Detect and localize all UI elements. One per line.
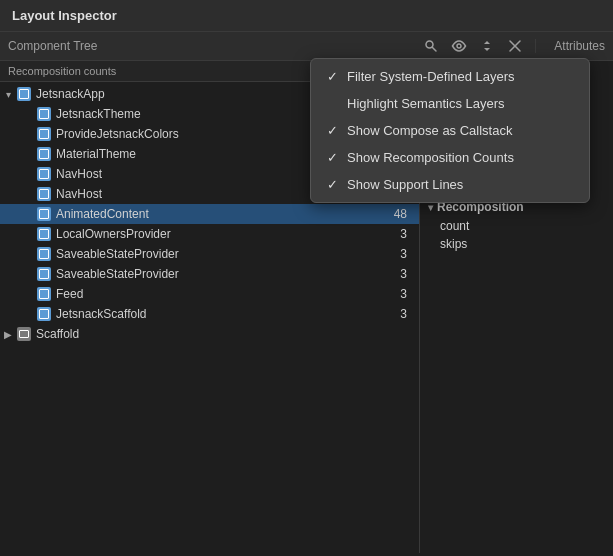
- menu-item-label: Show Support Lines: [347, 177, 573, 192]
- tree-item-label: Scaffold: [36, 327, 389, 341]
- tree-toggle[interactable]: ▶: [0, 329, 16, 340]
- component-cube-icon: [36, 186, 52, 202]
- tree-item[interactable]: LocalOwnersProvider 3: [0, 224, 419, 244]
- check-icon: ✓: [327, 150, 347, 165]
- component-cube-icon: [36, 246, 52, 262]
- tree-item-count: 3: [389, 267, 419, 281]
- tree-item[interactable]: SaveableStateProvider 3: [0, 264, 419, 284]
- tree-item-label: Feed: [56, 287, 389, 301]
- svg-point-0: [426, 41, 433, 48]
- component-cube-icon: [36, 146, 52, 162]
- component-cube-icon: [36, 106, 52, 122]
- menu-item-label: Filter System-Defined Layers: [347, 69, 573, 84]
- component-cube-icon: [36, 226, 52, 242]
- menu-item-support-lines[interactable]: ✓ Show Support Lines: [311, 171, 589, 198]
- app-title: Layout Inspector: [12, 8, 117, 23]
- menu-item-callstack[interactable]: ✓ Show Compose as Callstack: [311, 117, 589, 144]
- svg-point-2: [457, 44, 461, 48]
- eye-icon[interactable]: [449, 36, 469, 56]
- tree-item-label: JetsnackScaffold: [56, 307, 389, 321]
- menu-item-highlight[interactable]: ✓ Highlight Semantics Layers: [311, 90, 589, 117]
- component-cube-icon: [36, 206, 52, 222]
- tree-item[interactable]: Feed 3: [0, 284, 419, 304]
- tree-item-label: SaveableStateProvider: [56, 267, 389, 281]
- svg-line-1: [433, 48, 437, 52]
- tree-item-count: 3: [389, 307, 419, 321]
- component-tree-label: Component Tree: [8, 39, 417, 53]
- tree-item[interactable]: SaveableStateProvider 3: [0, 244, 419, 264]
- component-rect-icon: [16, 326, 32, 342]
- component-cube-icon: [36, 126, 52, 142]
- check-icon: ✓: [327, 177, 347, 192]
- tree-item-count: 48: [389, 207, 419, 221]
- toolbar-icons: Attributes: [421, 36, 605, 56]
- tree-item-selected[interactable]: AnimatedContent 48: [0, 204, 419, 224]
- component-cube-icon: [36, 266, 52, 282]
- check-icon: ✓: [327, 123, 347, 138]
- attr-row-skips: skips: [420, 235, 613, 253]
- tree-item-count: 3: [389, 247, 419, 261]
- updown-icon[interactable]: [477, 36, 497, 56]
- menu-item-recomposition[interactable]: ✓ Show Recomposition Counts: [311, 144, 589, 171]
- tree-item-label: SaveableStateProvider: [56, 247, 389, 261]
- menu-item-label: Show Recomposition Counts: [347, 150, 573, 165]
- tree-item[interactable]: ▶ Scaffold: [0, 324, 419, 344]
- component-cube-icon: [36, 166, 52, 182]
- close-icon[interactable]: [505, 36, 525, 56]
- toolbar-divider: [535, 39, 536, 53]
- tree-item-label: LocalOwnersProvider: [56, 227, 389, 241]
- menu-item-label: Show Compose as Callstack: [347, 123, 573, 138]
- title-bar: Layout Inspector: [0, 0, 613, 32]
- menu-item-filter[interactable]: ✓ Filter System-Defined Layers: [311, 63, 589, 90]
- check-icon-empty: ✓: [327, 96, 347, 111]
- attributes-label: Attributes: [546, 39, 605, 53]
- search-icon[interactable]: [421, 36, 441, 56]
- component-cube-icon: [16, 86, 32, 102]
- tree-item[interactable]: JetsnackScaffold 3: [0, 304, 419, 324]
- tree-item-count: 3: [389, 287, 419, 301]
- check-icon: ✓: [327, 69, 347, 84]
- attr-name-skips: skips: [440, 237, 605, 251]
- tree-toggle[interactable]: ▾: [0, 89, 16, 100]
- recomposition-toggle-icon: ▾: [428, 202, 433, 213]
- component-cube-icon: [36, 286, 52, 302]
- attr-name-count: count: [440, 219, 605, 233]
- menu-item-label: Highlight Semantics Layers: [347, 96, 573, 111]
- tree-item-label: AnimatedContent: [56, 207, 389, 221]
- attr-row-count: count: [420, 217, 613, 235]
- dropdown-menu: ✓ Filter System-Defined Layers ✓ Highlig…: [310, 58, 590, 203]
- tree-item-count: 3: [389, 227, 419, 241]
- component-cube-icon: [36, 306, 52, 322]
- toolbar: Component Tree Attri: [0, 32, 613, 61]
